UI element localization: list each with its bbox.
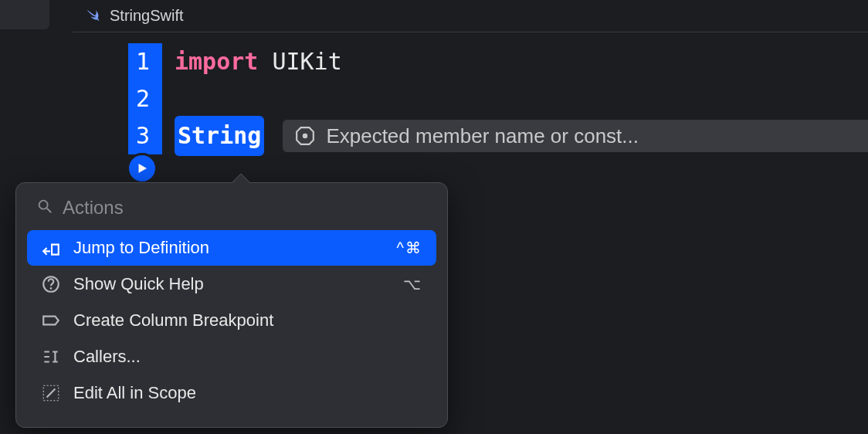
svg-point-2 [39,201,48,209]
menu-item-callers[interactable]: Callers... [27,339,436,375]
jump-to-definition-icon [41,238,61,258]
menu-item-show-quick-help[interactable]: Show Quick Help ⌥ [27,266,436,302]
breakpoint-icon [41,310,61,331]
line-number: 2 [128,80,162,117]
keyword-import: import [175,43,258,80]
menu-item-shortcut: ^⌘ [397,239,422,257]
line-number: 3 [128,117,162,154]
code-line-2[interactable] [175,80,868,117]
edit-all-icon [41,383,61,403]
code-area[interactable]: import UIKit String Expected member name… [175,43,868,154]
svg-point-1 [303,134,308,139]
svg-point-5 [50,287,53,290]
callers-icon [41,347,61,367]
error-message: Expected member name or const... [326,117,639,154]
module-name: UIKit [258,43,341,80]
menu-item-label: Create Column Breakpoint [73,310,410,331]
search-placeholder: Actions [63,197,124,219]
menu-search[interactable]: Actions [22,191,441,229]
line-gutter: 1 2 3 [73,43,162,154]
inline-error[interactable]: Expected member name or const... [283,120,868,152]
selected-token[interactable]: String [175,116,264,156]
menu-item-label: Callers... [73,347,410,367]
menu-item-label: Edit All in Scope [73,383,410,403]
tab-title: StringSwift [110,7,184,25]
menu-item-label: Show Quick Help [73,274,391,294]
menu-item-create-column-breakpoint[interactable]: Create Column Breakpoint [27,303,436,338]
context-menu: Actions Jump to Definition ^⌘ Show Quick… [15,182,448,428]
error-octagon-icon [295,126,315,146]
line-number: 1 [128,43,162,80]
search-icon [36,198,53,218]
swift-file-icon [85,8,102,25]
menu-item-shortcut: ⌥ [403,275,422,293]
tab-active[interactable]: StringSwift [73,0,196,32]
tab-bar: StringSwift [73,0,868,32]
menu-item-jump-to-definition[interactable]: Jump to Definition ^⌘ [27,230,436,266]
code-line-1[interactable]: import UIKit [175,43,868,80]
help-icon [41,274,61,294]
svg-line-3 [47,209,52,213]
code-line-3[interactable]: String Expected member name or const... [175,117,868,154]
run-play-icon[interactable] [127,153,158,184]
menu-caret-icon [231,174,249,183]
menu-item-edit-all-in-scope[interactable]: Edit All in Scope [27,375,436,411]
sidebar-stub [0,0,49,29]
menu-item-label: Jump to Definition [73,238,385,258]
